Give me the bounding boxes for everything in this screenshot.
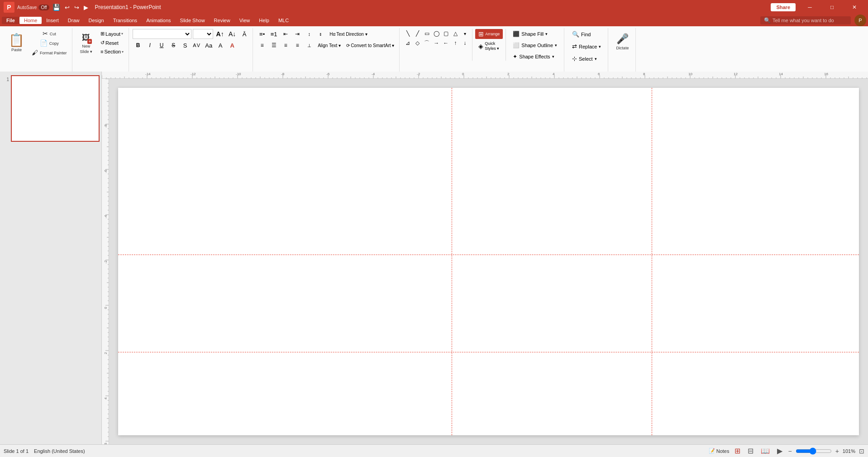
- shape-diamond[interactable]: ◇: [413, 38, 422, 48]
- shape-triangle[interactable]: △: [451, 29, 460, 38]
- shape-arrow-u[interactable]: ↑: [451, 38, 460, 48]
- align-center-button[interactable]: ☰: [268, 40, 279, 50]
- shape-arrow-r[interactable]: →: [432, 38, 441, 48]
- share-button[interactable]: Share: [771, 3, 796, 11]
- normal-view-button[interactable]: ⊞: [733, 446, 742, 456]
- font-size-aa-button[interactable]: Aa: [203, 40, 214, 50]
- menu-view[interactable]: View: [235, 17, 255, 24]
- menu-insert[interactable]: Insert: [42, 17, 63, 24]
- italic-button[interactable]: I: [144, 40, 155, 50]
- font-size-select[interactable]: [193, 29, 213, 39]
- zoom-in-button[interactable]: +: [835, 447, 839, 455]
- menu-animations[interactable]: Animations: [142, 17, 175, 24]
- find-button[interactable]: 🔍 Find: [568, 29, 605, 39]
- char-spacing-button[interactable]: AV: [191, 40, 202, 50]
- shape-curve[interactable]: ⌒: [422, 38, 431, 48]
- shape-fill-button[interactable]: ⬛ Shape Fill ▾: [509, 29, 561, 39]
- format-painter-button[interactable]: 🖌Format Painter: [29, 48, 69, 57]
- new-slide-button[interactable]: 🖼 + New Slide ▾: [76, 29, 97, 56]
- undo-button[interactable]: ↩: [63, 4, 71, 11]
- font-color-button[interactable]: A: [227, 40, 238, 50]
- slide-count: Slide 1 of 1: [4, 448, 29, 454]
- autosave-label: AutoSave: [17, 5, 37, 10]
- paste-button[interactable]: 📋 Paste: [5, 30, 29, 56]
- align-right-button[interactable]: ≡: [280, 40, 291, 50]
- shape-more[interactable]: ▾: [460, 29, 469, 38]
- shape-outline-button[interactable]: ⬜ Shape Outline ▾: [509, 40, 561, 50]
- redo-button[interactable]: ↪: [73, 4, 81, 11]
- arrange-button[interactable]: ⊞ Arrange: [475, 29, 503, 39]
- decrease-indent-button[interactable]: ⇤: [280, 29, 291, 39]
- profile-icon[interactable]: P: [854, 14, 866, 26]
- shape-rect[interactable]: ▭: [422, 29, 431, 38]
- menu-transitions[interactable]: Transitions: [109, 17, 142, 24]
- present-button[interactable]: ▶: [82, 4, 90, 11]
- replace-button[interactable]: ⇄ Replace ▾: [568, 41, 605, 52]
- shape-arrow-d[interactable]: ↓: [460, 38, 469, 48]
- menu-help[interactable]: Help: [254, 17, 274, 24]
- fit-slide-button[interactable]: ⊡: [859, 447, 864, 455]
- menu-design[interactable]: Design: [84, 17, 108, 24]
- copy-button[interactable]: 📄Copy: [29, 38, 69, 48]
- layout-button[interactable]: ⊞ Layout ▾: [98, 29, 126, 38]
- shape-line2[interactable]: ╱: [413, 29, 422, 38]
- cut-button[interactable]: ✂Cut: [29, 29, 69, 38]
- columns-button[interactable]: ⫾: [315, 29, 326, 39]
- slide-sorter-button[interactable]: ⊟: [746, 446, 755, 456]
- menu-mlc[interactable]: MLC: [274, 17, 293, 24]
- menu-slideshow[interactable]: Slide Show: [176, 17, 210, 24]
- convert-smartart-button[interactable]: ⟳ Convert to SmartArt ▾: [344, 42, 396, 49]
- reading-view-button[interactable]: 📖: [759, 446, 772, 456]
- section-button[interactable]: ≡ Section ▾: [98, 48, 126, 56]
- menu-draw[interactable]: Draw: [63, 17, 84, 24]
- increase-font-button[interactable]: A↑: [215, 29, 225, 39]
- title-bar: P AutoSave Off 💾 ↩ ↪ ▶ Presentation1 - P…: [0, 0, 868, 14]
- shapes-grid: ╲ ╱ ▭ ◯ ▢ △ ▾ ⊿ ◇ ⌒ → ← ↑ ↓: [403, 29, 469, 48]
- quick-styles-button[interactable]: ◈ Quick Styles ▾: [475, 40, 503, 53]
- shape-arrow-l[interactable]: ←: [441, 38, 450, 48]
- search-input[interactable]: [773, 18, 840, 23]
- text-direction-button[interactable]: Hα Text Direction ▾: [327, 30, 369, 38]
- minimize-button[interactable]: ─: [800, 2, 820, 13]
- menu-home[interactable]: Home: [19, 17, 42, 24]
- align-left-button[interactable]: ≡: [257, 40, 267, 50]
- align-text-button[interactable]: Align Text ▾: [315, 42, 343, 49]
- strikethrough-button[interactable]: S: [168, 40, 179, 50]
- shape-effects-button[interactable]: ✦ Shape Effects ▾: [509, 52, 561, 62]
- maximize-button[interactable]: □: [822, 2, 842, 13]
- autosave-toggle[interactable]: Off: [38, 5, 49, 10]
- bullets-button[interactable]: ≡•: [257, 29, 267, 39]
- zoom-slider[interactable]: [796, 447, 832, 455]
- highlight-button[interactable]: A: [215, 40, 226, 50]
- bold-button[interactable]: B: [133, 40, 143, 50]
- text-shadow-button[interactable]: S: [180, 40, 191, 50]
- align-bottom-button[interactable]: ⊥: [304, 40, 315, 50]
- justify-button[interactable]: ≡: [292, 40, 303, 50]
- close-button[interactable]: ✕: [844, 2, 864, 13]
- increase-indent-button[interactable]: ⇥: [292, 29, 303, 39]
- slideshow-button[interactable]: ▶: [775, 446, 784, 456]
- clear-format-button[interactable]: Ā: [239, 29, 250, 39]
- line-spacing-button[interactable]: ↕: [304, 29, 315, 39]
- shape-line[interactable]: ╲: [403, 29, 412, 38]
- dictate-button[interactable]: 🎤 Dictate: [612, 29, 633, 54]
- slide-thumbnail[interactable]: [11, 75, 100, 142]
- decrease-font-button[interactable]: A↓: [227, 29, 238, 39]
- menu-review[interactable]: Review: [210, 17, 235, 24]
- numbering-button[interactable]: ≡1: [268, 29, 279, 39]
- notes-button[interactable]: 📝 Notes: [709, 448, 730, 454]
- font-name-select[interactable]: [133, 29, 191, 39]
- menu-file[interactable]: File: [2, 17, 19, 24]
- slide-canvas[interactable]: [118, 88, 859, 435]
- underline-button[interactable]: U: [156, 40, 167, 50]
- slide-item-1[interactable]: 1: [2, 75, 100, 142]
- reset-button[interactable]: ↺ Reset: [98, 38, 126, 47]
- shape-rtriangle[interactable]: ⊿: [403, 38, 412, 48]
- zoom-out-button[interactable]: −: [788, 447, 792, 455]
- shape-rect2[interactable]: ▢: [441, 29, 450, 38]
- shape-circle[interactable]: ◯: [432, 29, 441, 38]
- search-box[interactable]: 🔍: [760, 16, 851, 24]
- canvas-area[interactable]: [109, 79, 868, 444]
- select-button[interactable]: ⊹ Select ▾: [568, 53, 605, 64]
- save-button[interactable]: 💾: [51, 4, 62, 11]
